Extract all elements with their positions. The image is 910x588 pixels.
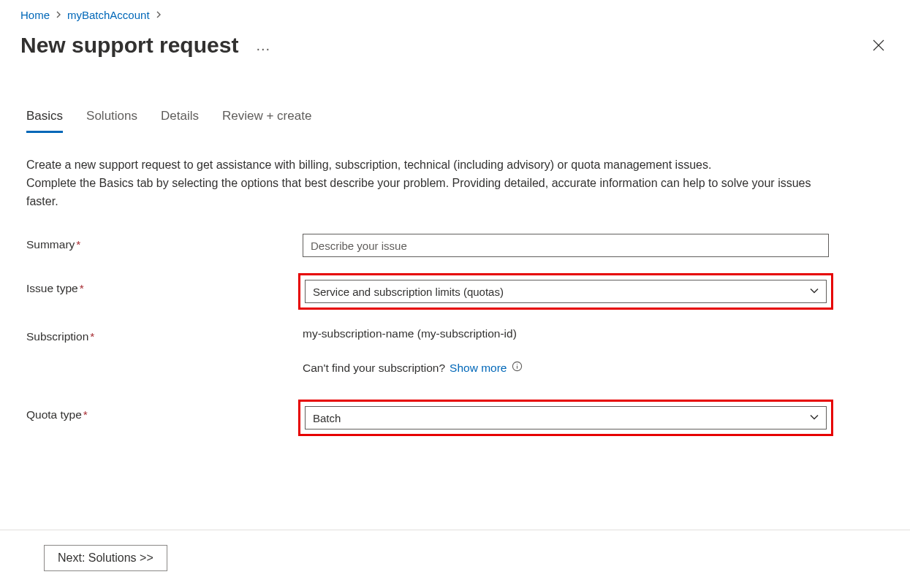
- footer-bar: Next: Solutions >>: [0, 530, 910, 571]
- info-icon[interactable]: [512, 361, 523, 375]
- quota-type-label: Quota type*: [26, 404, 303, 421]
- subscription-value: my-subscription-name (my-subscription-id…: [303, 326, 829, 340]
- chevron-right-icon: [156, 11, 162, 20]
- page-title: New support request: [20, 33, 238, 58]
- tab-basics[interactable]: Basics: [26, 109, 63, 133]
- issue-type-select[interactable]: Service and subscription limits (quotas): [305, 280, 827, 303]
- show-more-link[interactable]: Show more: [450, 362, 507, 375]
- quota-type-select[interactable]: Batch: [305, 406, 827, 429]
- close-button[interactable]: [868, 34, 890, 56]
- tabs: Basics Solutions Details Review + create: [26, 109, 884, 133]
- issue-type-label: Issue type*: [26, 278, 303, 295]
- subscription-label: Subscription*: [26, 326, 303, 343]
- required-asterisk-icon: *: [76, 238, 80, 251]
- required-asterisk-icon: *: [83, 408, 88, 421]
- next-solutions-button[interactable]: Next: Solutions >>: [44, 545, 167, 571]
- required-asterisk-icon: *: [90, 330, 94, 343]
- issue-type-highlight: Service and subscription limits (quotas): [298, 273, 833, 310]
- tab-details[interactable]: Details: [161, 109, 199, 133]
- chevron-right-icon: [56, 11, 61, 20]
- breadcrumb-account[interactable]: myBatchAccount: [67, 9, 150, 21]
- summary-label: Summary*: [26, 234, 303, 251]
- more-actions-button[interactable]: ···: [251, 39, 275, 57]
- summary-input[interactable]: [303, 234, 829, 257]
- tab-review-create[interactable]: Review + create: [222, 109, 311, 133]
- subscription-hint-text: Can't find your subscription?: [303, 362, 445, 375]
- quota-type-highlight: Batch: [298, 400, 833, 436]
- tab-solutions[interactable]: Solutions: [86, 109, 137, 133]
- breadcrumb: Home myBatchAccount: [20, 9, 890, 21]
- intro-text: Create a new support request to get assi…: [26, 156, 830, 210]
- breadcrumb-home[interactable]: Home: [20, 9, 50, 21]
- close-icon: [872, 39, 885, 52]
- required-asterisk-icon: *: [80, 282, 84, 294]
- svg-point-2: [516, 364, 517, 364]
